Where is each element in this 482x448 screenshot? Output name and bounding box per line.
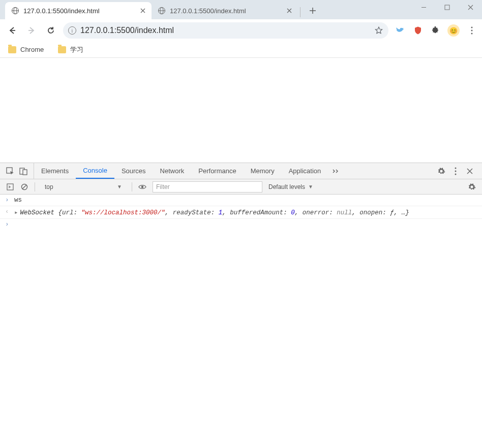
- console-sidebar-toggle-icon[interactable]: [6, 183, 14, 191]
- devtools-tab-application[interactable]: Application: [282, 163, 328, 179]
- extension-bird-icon[interactable]: [396, 25, 406, 36]
- devtools-tab-console[interactable]: Console: [76, 163, 114, 179]
- gear-icon[interactable]: [437, 167, 445, 175]
- separator: [35, 182, 35, 191]
- browser-tab[interactable]: 127.0.0.1:5500/index.html: [152, 2, 298, 19]
- back-button[interactable]: [5, 23, 19, 38]
- page-content: [0, 58, 482, 163]
- chrome-menu-button[interactable]: [467, 25, 477, 36]
- filter-placeholder: Filter: [156, 183, 170, 190]
- devtools-tab-elements[interactable]: Elements: [34, 163, 76, 179]
- reload-button[interactable]: [44, 23, 58, 38]
- window-controls: [412, 0, 482, 14]
- folder-icon: [58, 46, 66, 53]
- console-output-row[interactable]: ‹ ▸WebSocket {url: "ws://localhost:3000/…: [0, 206, 482, 219]
- bookmark-star-icon[interactable]: [374, 26, 383, 35]
- close-icon[interactable]: [286, 7, 293, 14]
- extension-icons: 😊: [394, 24, 477, 37]
- address-bar[interactable]: i 127.0.0.1:5500/index.html: [63, 22, 388, 39]
- svg-point-32: [141, 185, 143, 187]
- tab-title: 127.0.0.1:5500/index.html: [23, 7, 135, 15]
- window-maximize-button[interactable]: [435, 0, 459, 14]
- globe-icon: [11, 7, 19, 15]
- close-icon[interactable]: [466, 167, 474, 175]
- window-minimize-button[interactable]: [412, 0, 435, 14]
- new-tab-button[interactable]: [306, 4, 320, 18]
- devtools-menu-icon[interactable]: [451, 167, 460, 175]
- context-selector-value: top: [45, 183, 53, 190]
- extensions-puzzle-icon[interactable]: [430, 25, 440, 36]
- globe-icon: [158, 7, 166, 15]
- profile-avatar[interactable]: 😊: [447, 24, 460, 37]
- info-icon[interactable]: i: [68, 26, 76, 35]
- browser-toolbar: i 127.0.0.1:5500/index.html 😊: [0, 19, 482, 42]
- chevron-down-icon: ▼: [308, 184, 313, 189]
- expand-triangle-icon[interactable]: ▸: [14, 209, 18, 216]
- folder-icon: [8, 46, 16, 53]
- bookmark-label: 学习: [70, 45, 83, 54]
- devtools-tab-sources[interactable]: Sources: [114, 163, 153, 179]
- console-output-text: ▸WebSocket {url: "ws://localhost:3000/",…: [14, 208, 409, 216]
- context-selector[interactable]: top ▼: [41, 182, 126, 192]
- svg-point-20: [471, 33, 473, 35]
- output-caret-icon: ‹: [5, 208, 10, 215]
- svg-point-25: [455, 170, 457, 172]
- svg-point-18: [471, 27, 473, 28]
- input-caret-icon: ›: [5, 197, 10, 204]
- svg-point-24: [455, 167, 457, 169]
- devtools-tabs: Elements Console Sources Network Perform…: [0, 163, 482, 179]
- console-prompt-row[interactable]: ›: [0, 219, 482, 230]
- input-caret-icon: ›: [5, 221, 10, 228]
- levels-label: Default levels: [268, 183, 305, 190]
- extension-shield-icon[interactable]: [413, 25, 423, 36]
- gear-icon[interactable]: [468, 183, 476, 191]
- devtools-tab-memory[interactable]: Memory: [244, 163, 282, 179]
- svg-point-19: [471, 30, 473, 31]
- svg-point-26: [455, 173, 457, 175]
- bookmark-folder-chrome[interactable]: Chrome: [8, 46, 44, 53]
- window-close-button[interactable]: [459, 0, 482, 14]
- tab-divider: [300, 7, 300, 17]
- devtools-panel: Elements Console Sources Network Perform…: [0, 163, 482, 448]
- devtools-tab-network[interactable]: Network: [153, 163, 192, 179]
- chevron-down-icon: ▼: [117, 184, 122, 189]
- bookmark-label: Chrome: [20, 46, 44, 53]
- clear-console-icon[interactable]: [20, 183, 28, 191]
- svg-rect-1: [445, 5, 449, 10]
- bookmark-folder-study[interactable]: 学习: [58, 45, 83, 54]
- browser-tabs-strip: 127.0.0.1:5500/index.html 127.0.0.1:5500…: [0, 0, 482, 19]
- device-toolbar-icon[interactable]: [19, 167, 27, 175]
- forward-button[interactable]: [24, 23, 39, 38]
- console-input-text: ws: [14, 197, 22, 204]
- live-expression-icon[interactable]: [138, 183, 146, 191]
- tab-title: 127.0.0.1:5500/index.html: [170, 7, 282, 15]
- svg-rect-23: [23, 170, 27, 175]
- inspect-element-icon[interactable]: [6, 167, 14, 175]
- svg-line-31: [22, 185, 26, 189]
- separator: [132, 182, 132, 191]
- url-text: 127.0.0.1:5500/index.html: [80, 26, 370, 35]
- close-icon[interactable]: [139, 7, 146, 14]
- console-output: › ws ‹ ▸WebSocket {url: "ws://localhost:…: [0, 195, 482, 448]
- console-input-row[interactable]: › ws: [0, 195, 482, 206]
- filter-input[interactable]: Filter: [153, 181, 262, 193]
- bookmarks-bar: Chrome 学习: [0, 42, 482, 58]
- browser-tab-active[interactable]: 127.0.0.1:5500/index.html: [5, 2, 152, 19]
- log-levels-selector[interactable]: Default levels ▼: [268, 183, 313, 190]
- devtools-tab-performance[interactable]: Performance: [191, 163, 243, 179]
- devtools-tab-overflow[interactable]: [328, 163, 343, 179]
- console-toolbar: top ▼ Filter Default levels ▼: [0, 179, 482, 195]
